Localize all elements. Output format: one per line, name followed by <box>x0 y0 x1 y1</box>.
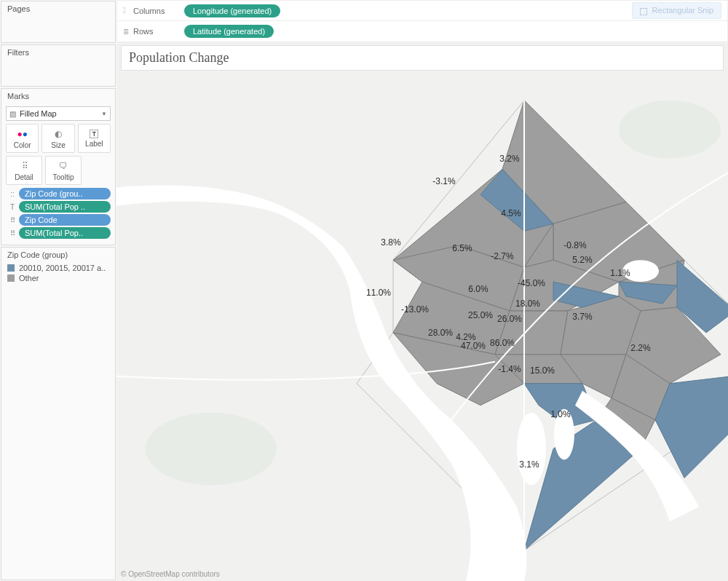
columns-pill[interactable]: Longitude (generated) <box>184 4 280 17</box>
region-label: 18.0% <box>515 299 540 309</box>
tooltip-icon: 🗨 <box>59 160 68 172</box>
rectangular-snip-button[interactable]: Rectangular Snip <box>632 2 721 18</box>
detail-button[interactable]: ⠿ Detail <box>6 156 42 185</box>
pill-zip-group[interactable]: Zip Code (grou.. <box>19 188 111 199</box>
marks-header: Marks <box>1 89 115 103</box>
columns-icon: ⦙⦙ <box>123 7 133 15</box>
region-label: 1.1% <box>610 268 630 278</box>
filters-header: Filters <box>1 45 115 60</box>
legend-item-label: 20010, 20015, 20017 a.. <box>19 264 106 272</box>
columns-shelf[interactable]: ⦙⦙ Columns Longitude (generated) Rectang… <box>117 1 727 21</box>
sidebar: Pages Filters Marks ▨ Filled Map ▼ ●● Co… <box>0 0 116 581</box>
park-blob <box>619 100 721 159</box>
columns-shelf-label: Columns <box>133 7 184 15</box>
legend-item-label: Other <box>19 274 39 282</box>
region-label: 3.1% <box>519 459 539 470</box>
pages-header: Pages <box>1 1 115 16</box>
viz-title-bar[interactable]: Population Change <box>121 45 724 71</box>
legend-swatch-highlighted <box>7 264 15 272</box>
legend-item-highlighted[interactable]: 20010, 20015, 20017 a.. <box>7 264 109 272</box>
region-label: 28.0% <box>428 328 453 338</box>
legend-swatch-other <box>7 274 15 282</box>
label-icon: T <box>90 130 98 138</box>
chevron-down-icon: ▼ <box>101 111 107 117</box>
viz-title: Population Change <box>129 50 716 66</box>
pill-sum-pop-2[interactable]: SUM(Total Pop.. <box>19 227 111 239</box>
pill-zip[interactable]: Zip Code <box>19 214 111 226</box>
detail-button-label: Detail <box>15 173 33 181</box>
size-button-label: Size <box>51 141 65 149</box>
park-blob <box>146 413 277 486</box>
region-label: 15.0% <box>530 365 555 376</box>
region-label: 47.0% <box>461 341 486 351</box>
rows-shelf[interactable]: ≣ Rows Latitude (generated) <box>117 21 727 42</box>
region-label: 25.0% <box>468 310 493 320</box>
region-label: 6.0% <box>468 284 488 294</box>
region-label: 26.0% <box>497 314 522 324</box>
filled-map-icon: ▨ <box>9 110 20 118</box>
color-button-label: Color <box>14 141 31 149</box>
tooltip-button[interactable]: 🗨 Tooltip <box>45 156 82 185</box>
map-svg: 3.2%-3.1%4.5%3.8%6.5%-2.7%-0.8%5.2%1.1%6… <box>116 42 728 581</box>
svg-point-24 <box>517 413 546 486</box>
region-label: 4.5% <box>501 208 521 218</box>
shelves: ⦙⦙ Columns Longitude (generated) Rectang… <box>116 0 728 42</box>
region-label: 3.8% <box>381 237 401 248</box>
region-label: -2.7% <box>491 251 514 261</box>
detail-icon: ⠿ <box>22 160 27 172</box>
legend-item-other[interactable]: Other <box>7 274 109 282</box>
region-label: 11.0% <box>366 288 391 298</box>
legend-title: Zip Code (group) <box>7 250 109 259</box>
color-assign-icon: :: <box>6 190 19 198</box>
snip-label: Rectangular Snip <box>652 6 713 15</box>
rows-shelf-label: Rows <box>133 27 184 36</box>
label-assign-icon: T <box>6 203 19 211</box>
pill-sum-pop-1[interactable]: SUM(Total Pop .. <box>19 201 111 213</box>
app-root: Pages Filters Marks ▨ Filled Map ▼ ●● Co… <box>0 0 728 581</box>
region-label: -1.4% <box>498 364 521 374</box>
region-label: -13.0% <box>401 304 429 315</box>
size-button[interactable]: ◐ Size <box>41 124 74 153</box>
region-label: -3.1% <box>432 176 456 186</box>
mark-type-dropdown[interactable]: ▨ Filled Map ▼ <box>6 106 111 121</box>
label-button-label: Label <box>85 140 103 148</box>
region-label: 3.2% <box>499 154 520 164</box>
region-label: 86.0% <box>490 338 515 348</box>
marks-panel: Marks ▨ Filled Map ▼ ●● Color ◐ Size T L… <box>1 88 116 245</box>
region-label: 2.2% <box>630 343 651 353</box>
region-label: 3.7% <box>572 312 593 322</box>
legend-panel: Zip Code (group) 20010, 20015, 20017 a..… <box>1 247 116 580</box>
tooltip-button-label: Tooltip <box>53 173 74 181</box>
mark-type-label: Filled Map <box>20 109 101 118</box>
region-label: -45.0% <box>518 278 545 288</box>
filters-panel[interactable]: Filters <box>1 44 116 87</box>
map-viz[interactable]: Population Change <box>116 42 728 581</box>
map-attribution: © OpenStreetMap contributors <box>121 570 220 578</box>
region-label: 5.2% <box>572 255 593 265</box>
pages-panel[interactable]: Pages <box>1 1 116 43</box>
color-icon: ●● <box>17 128 28 140</box>
size-icon: ◐ <box>55 128 62 140</box>
rows-pill[interactable]: Latitude (generated) <box>184 25 274 38</box>
main: ⦙⦙ Columns Longitude (generated) Rectang… <box>116 0 728 581</box>
region-label: 1.0% <box>550 409 571 419</box>
region-label: -0.8% <box>563 240 587 250</box>
label-button[interactable]: T Label <box>78 124 111 153</box>
region-label: 6.5% <box>452 243 472 253</box>
color-button[interactable]: ●● Color <box>6 124 39 153</box>
detail-assign-icon-2: ⠿ <box>6 229 19 237</box>
rows-icon: ≣ <box>123 28 133 36</box>
detail-assign-icon: ⠿ <box>6 216 19 224</box>
snip-icon <box>640 8 647 15</box>
